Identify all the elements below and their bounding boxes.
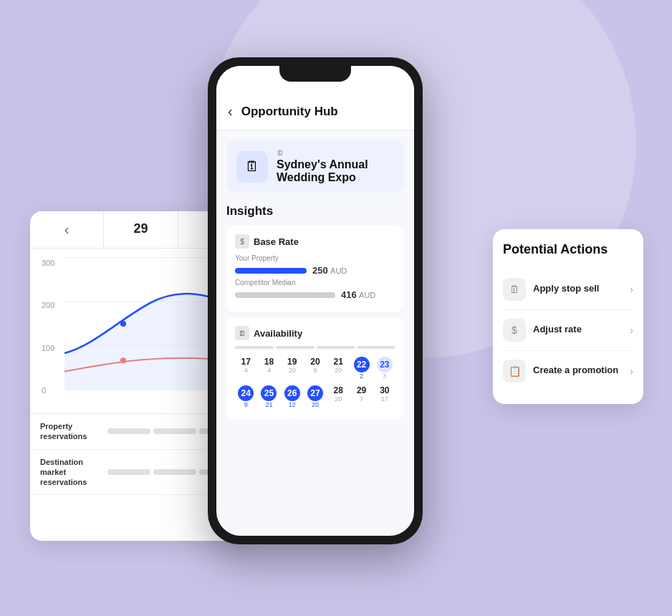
cal-day-29: 297 — [350, 383, 372, 410]
your-property-value: 250 — [312, 265, 328, 276]
competitor-bar — [235, 292, 335, 298]
action-adjust-rate[interactable]: $ Adjust rate › — [503, 310, 633, 351]
chart-y-labels: 300 200 100 0 — [42, 259, 54, 395]
phone-notch — [279, 66, 351, 82]
chevron-right-icon: › — [630, 284, 633, 295]
your-property-bar — [235, 268, 307, 274]
cal-day-26[interactable]: 2612 — [282, 383, 303, 410]
competitor-value: 416 — [341, 289, 357, 300]
phone-back-button[interactable]: ‹ — [228, 103, 233, 120]
svg-point-6 — [120, 357, 126, 363]
actions-panel: Potential Actions 🗓 Apply stop sell › $ … — [493, 229, 643, 404]
cal-day-22[interactable]: 222 — [350, 355, 372, 382]
cal-day-20: 208 — [304, 355, 326, 382]
competitor-label: Competitor Median — [235, 279, 395, 287]
cal-day-18: 184 — [258, 355, 279, 382]
cal-day-24[interactable]: 249 — [235, 383, 256, 410]
calendar-grid: 174 184 1920 208 2120 222 233 249 2521 2… — [235, 355, 395, 410]
cal-day-19: 1920 — [282, 355, 303, 382]
cal-day-17: 174 — [235, 355, 256, 382]
action-stop-sell-label: Apply stop sell — [533, 283, 630, 295]
action-create-promotion[interactable]: 📋 Create a promotion › — [503, 351, 633, 391]
your-property-currency: AUD — [330, 266, 347, 275]
cal-day-21: 2120 — [327, 355, 349, 382]
cal-day-28: 2820 — [327, 383, 349, 410]
insights-section: Insights $ Base Rate Your Property 250 A… — [226, 204, 404, 419]
event-title: Sydney's Annual Wedding Expo — [277, 158, 394, 184]
your-property-label: Your Property — [235, 254, 395, 262]
action-adjust-rate-label: Adjust rate — [533, 324, 630, 336]
svg-point-4 — [120, 321, 126, 327]
base-rate-icon: $ — [235, 234, 249, 249]
base-rate-label: Base Rate — [254, 236, 299, 247]
event-sub-label: 🗓 — [277, 149, 394, 157]
phone-content: 🗓 🗓 Sydney's Annual Wedding Expo Insight… — [216, 130, 414, 529]
chevron-right-icon-2: › — [630, 324, 633, 336]
availability-label: Availability — [254, 328, 302, 339]
availability-icon: 🗓 — [235, 326, 249, 340]
back-btn[interactable]: ‹ — [30, 211, 104, 248]
competitor-currency: AUD — [359, 291, 375, 299]
action-apply-stop-sell[interactable]: 🗓 Apply stop sell › — [503, 269, 633, 310]
event-card: 🗓 🗓 Sydney's Annual Wedding Expo — [226, 140, 404, 193]
chevron-right-icon-3: › — [630, 365, 633, 377]
stop-sell-icon: 🗓 — [503, 278, 526, 301]
cal-day-27[interactable]: 2720 — [304, 383, 326, 410]
cal-day-30: 3017 — [374, 383, 395, 410]
insights-heading: Insights — [226, 204, 404, 218]
event-calendar-icon: 🗓 — [236, 151, 268, 183]
base-rate-card: $ Base Rate Your Property 250 AUD Compet… — [226, 226, 404, 312]
create-promotion-icon: 📋 — [503, 360, 526, 382]
availability-bars — [235, 346, 395, 349]
phone-screen: ‹ Opportunity Hub 🗓 🗓 Sydney's Annual We… — [216, 66, 414, 536]
cal-day-25[interactable]: 2521 — [258, 383, 279, 410]
availability-card: 🗓 Availability 174 184 1920 208 — [226, 317, 404, 419]
col1-header: 29 — [104, 211, 178, 248]
phone-title: Opportunity Hub — [241, 105, 338, 119]
adjust-rate-icon: $ — [503, 319, 526, 342]
phone-mockup: ‹ Opportunity Hub 🗓 🗓 Sydney's Annual We… — [208, 57, 423, 544]
phone-header: ‹ Opportunity Hub — [216, 97, 414, 130]
action-create-promotion-label: Create a promotion — [533, 365, 630, 377]
actions-heading: Potential Actions — [503, 242, 633, 258]
cal-day-23[interactable]: 233 — [374, 355, 395, 382]
